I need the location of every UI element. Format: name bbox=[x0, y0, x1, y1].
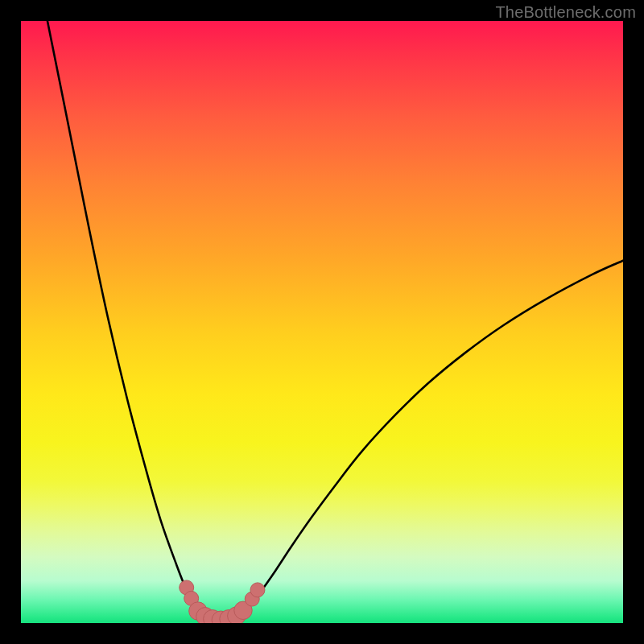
valley-marker bbox=[250, 583, 265, 597]
watermark-text: TheBottleneck.com bbox=[495, 3, 636, 22]
curve-left-branch bbox=[47, 21, 214, 620]
chart-frame: TheBottleneck.com bbox=[0, 0, 644, 644]
bottleneck-curve bbox=[21, 21, 623, 623]
chart-plot-area bbox=[21, 21, 623, 623]
curve-right-branch bbox=[230, 261, 623, 621]
